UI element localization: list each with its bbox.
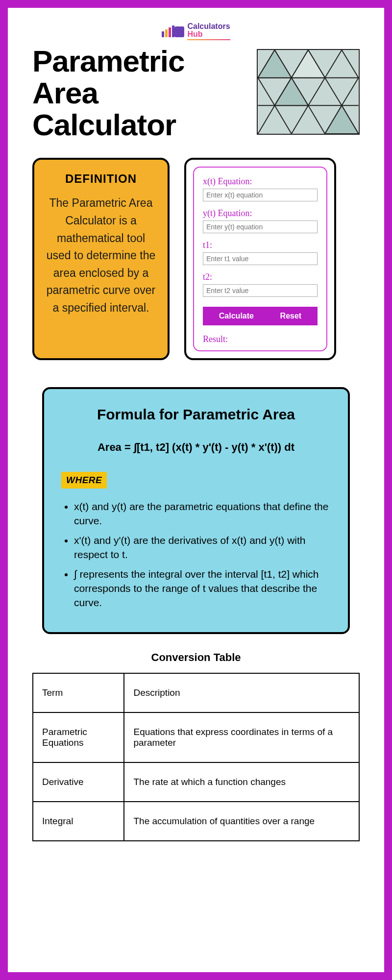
table-cell-desc: The rate at which a function changes: [124, 762, 359, 802]
calculator-card: x(t) Equation: y(t) Equation: t1: t2: Ca…: [184, 158, 336, 360]
calculator-inner: x(t) Equation: y(t) Equation: t1: t2: Ca…: [193, 167, 327, 351]
table-cell-term: Integral: [33, 802, 124, 841]
logo-line1: Calculators: [187, 23, 230, 30]
logo-text: Calculators Hub: [187, 23, 230, 40]
t1-input[interactable]: [203, 252, 318, 265]
table-cell-desc: The accumulation of quantities over a ra…: [124, 802, 359, 841]
table-cell-term: Parametric Equations: [33, 712, 124, 762]
title-row: ParametricAreaCalculator: [32, 45, 360, 141]
formula-bullets: x(t) and y(t) are the parametric equatio…: [61, 499, 331, 610]
formula-bullet: x(t) and y(t) are the parametric equatio…: [74, 499, 331, 528]
definition-card: DEFINITION The Parametric Area Calculato…: [32, 158, 170, 360]
table-cell-desc: Equations that express coordinates in te…: [124, 712, 359, 762]
table-row: Integral The accumulation of quantities …: [33, 802, 359, 841]
logo: Calculators Hub: [162, 23, 230, 40]
table-row: Term Description: [33, 673, 359, 712]
t1-label: t1:: [203, 240, 318, 250]
table-cell-term: Derivative: [33, 762, 124, 802]
t2-input[interactable]: [203, 284, 318, 297]
page-title: ParametricAreaCalculator: [32, 45, 185, 141]
definition-body: The Parametric Area Calculator is a math…: [45, 195, 157, 317]
where-tag: WHERE: [61, 472, 107, 489]
formula-expression: Area = ∫[t1, t2] (x(t) * y'(t) - y(t) * …: [61, 440, 331, 455]
result-label: Result:: [203, 334, 318, 344]
logo-bars-icon: [162, 25, 184, 37]
formula-bullet: ∫ represents the integral over the inter…: [74, 567, 331, 610]
yt-input[interactable]: [203, 220, 318, 233]
conversion-table: Term Description Parametric Equations Eq…: [32, 673, 360, 841]
xt-input[interactable]: [203, 189, 318, 201]
logo-line2: Hub: [187, 30, 230, 38]
triangle-pattern-icon: [257, 49, 360, 135]
calculate-button[interactable]: Calculate: [219, 312, 254, 320]
formula-card: Formula for Parametric Area Area = ∫[t1,…: [42, 387, 350, 634]
table-row: Parametric Equations Equations that expr…: [33, 712, 359, 762]
page-frame: Calculators Hub ParametricAreaCalculator: [0, 0, 392, 980]
yt-label: y(t) Equation:: [203, 208, 318, 219]
button-strip: Calculate Reset: [203, 307, 318, 325]
cards-row: DEFINITION The Parametric Area Calculato…: [32, 158, 360, 360]
table-cell-term: Term: [33, 673, 124, 712]
xt-label: x(t) Equation:: [203, 176, 318, 187]
table-row: Derivative The rate at which a function …: [33, 762, 359, 802]
reset-button[interactable]: Reset: [280, 312, 302, 320]
formula-bullet: x'(t) and y'(t) are the derivatives of x…: [74, 533, 331, 562]
table-heading: Conversion Table: [32, 651, 360, 664]
formula-heading: Formula for Parametric Area: [61, 406, 331, 423]
t2-label: t2:: [203, 272, 318, 282]
logo-area: Calculators Hub: [32, 23, 360, 40]
definition-heading: DEFINITION: [45, 172, 157, 186]
table-cell-desc: Description: [124, 673, 359, 712]
